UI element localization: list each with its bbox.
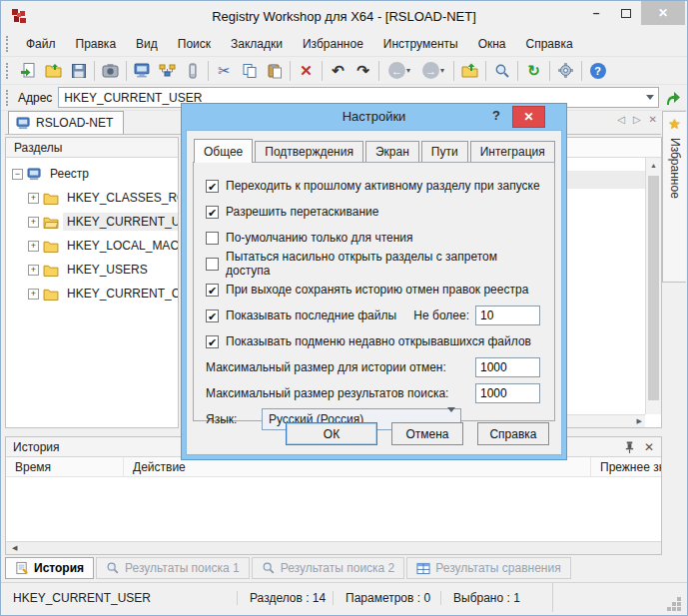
save-button[interactable] (66, 59, 91, 83)
tab-close-button[interactable]: ✕ (649, 114, 657, 125)
language-label: Язык: (206, 412, 252, 426)
tab-compare-results[interactable]: Результаты сравнения (406, 557, 570, 579)
import-file-button[interactable] (16, 59, 41, 83)
redo-button[interactable]: ↷ (350, 59, 375, 83)
recent-limit-input[interactable] (475, 306, 540, 325)
toolbar-grip[interactable] (6, 36, 10, 52)
checkbox-restore-last-key[interactable]: ✔ (206, 180, 219, 193)
back-button[interactable]: ← ▾ (382, 59, 416, 83)
undo-button[interactable]: ↶ (326, 59, 350, 83)
menu-favorites[interactable]: Избранное (293, 33, 373, 55)
parent-key-button[interactable] (457, 59, 482, 83)
history-horizontal-scrollbar[interactable]: ◀ (6, 541, 661, 554)
checkbox-readonly-default[interactable] (206, 232, 219, 245)
go-button[interactable] (661, 87, 685, 109)
tab-prev-button[interactable]: ◁ (617, 114, 625, 125)
column-previous-value[interactable]: Прежнее значен (591, 457, 661, 476)
tab-display[interactable]: Экран (365, 141, 419, 162)
address-dropdown-button[interactable] (641, 88, 658, 107)
tab-general[interactable]: Общее (194, 139, 253, 163)
copy-button[interactable] (237, 59, 262, 83)
close-button[interactable]: ✕ (641, 1, 685, 25)
search-results-size-input[interactable] (475, 383, 540, 403)
toolbar-grip[interactable] (6, 63, 10, 79)
menu-file[interactable]: Файл (16, 33, 66, 55)
tab-next-button[interactable]: ▷ (633, 114, 641, 125)
tab-confirmations[interactable]: Подтверждения (255, 141, 363, 162)
tab-search-results-2[interactable]: Результаты поиска 2 (252, 557, 405, 579)
tree-row-registry[interactable]: − Реестр (6, 162, 178, 186)
maximize-button[interactable] (611, 1, 641, 25)
expand-icon[interactable]: + (28, 217, 39, 228)
ok-button[interactable]: ОК (286, 422, 377, 445)
vertical-scrollbar[interactable]: ▲ (645, 158, 661, 414)
expand-icon[interactable]: + (28, 289, 39, 300)
checkbox-force-open-denied[interactable] (206, 258, 219, 271)
options-button[interactable] (553, 59, 578, 83)
menu-windows[interactable]: Окна (468, 33, 516, 55)
tree-label: HKEY_CURRENT_CONFIG (63, 285, 178, 303)
checkbox-label: Пытаться насильно открыть разделы с запр… (226, 250, 540, 278)
scrollbar-thumb[interactable] (648, 176, 659, 400)
dialog-close-button[interactable]: ✕ (512, 106, 545, 128)
local-computer-button[interactable] (130, 59, 155, 83)
menu-tools[interactable]: Инструменты (373, 33, 468, 55)
scroll-right-icon[interactable]: ▶ (637, 417, 642, 425)
forward-button[interactable]: → ▾ (416, 59, 450, 83)
menu-view[interactable]: Вид (126, 33, 168, 55)
tab-paths[interactable]: Пути (421, 141, 468, 162)
snapshot-button[interactable] (98, 59, 123, 83)
expand-icon[interactable]: + (28, 241, 39, 252)
menu-search[interactable]: Поиск (168, 33, 221, 55)
tab-rsload-net[interactable]: RSLOAD-NET (8, 111, 124, 134)
history-close-button[interactable]: ✕ (644, 440, 654, 454)
menu-edit[interactable]: Правка (66, 33, 127, 55)
favorites-tab[interactable]: ★ Избранное (662, 111, 686, 283)
recent-limit-label: Не более: (413, 308, 469, 322)
column-time[interactable]: Время (6, 457, 124, 476)
tree-row-hku[interactable]: + HKEY_USERS (6, 258, 178, 282)
scroll-left-icon[interactable]: ◀ (12, 544, 17, 552)
collapse-icon[interactable]: − (12, 169, 23, 180)
expand-icon[interactable]: + (28, 193, 39, 204)
pin-button[interactable] (624, 440, 635, 454)
toolbar-grip[interactable] (6, 90, 10, 106)
tree-row-hkcc[interactable]: + HKEY_CURRENT_CONFIG (6, 282, 178, 306)
resize-grip[interactable] (677, 597, 681, 601)
open-file-button[interactable] (41, 59, 66, 83)
tab-search-results-1[interactable]: Результаты поиска 1 (96, 557, 250, 579)
tree-row-hkcr[interactable]: + HKEY_CLASSES_ROOT (6, 186, 178, 210)
refresh-button[interactable]: ↻ (521, 59, 546, 83)
history-list[interactable] (6, 477, 661, 541)
expand-icon[interactable]: + (28, 265, 39, 276)
tree-row-hklm[interactable]: + HKEY_LOCAL_MACHINE (6, 234, 178, 258)
computer-icon (27, 168, 42, 181)
checkbox-recent-submenu[interactable]: ✔ (206, 335, 219, 348)
keys-panel: Разделы − Реестр + HKEY_CLASSES_ROOT + (5, 137, 179, 428)
help-button[interactable]: Справка (477, 422, 549, 445)
checkbox-save-undo-history[interactable]: ✔ (206, 284, 219, 297)
minimize-button[interactable]: – (581, 1, 611, 25)
cut-button[interactable]: ✂ (212, 59, 237, 83)
help-button[interactable]: ? (585, 59, 610, 83)
paste-button[interactable] (262, 59, 287, 83)
scroll-up-icon[interactable]: ▲ (646, 158, 661, 173)
checkbox-allow-drag-drop[interactable]: ✔ (206, 206, 219, 219)
menu-help[interactable]: Справка (516, 33, 583, 55)
search-button[interactable] (489, 59, 514, 83)
menu-bookmarks[interactable]: Закладки (221, 33, 293, 55)
status-selected-count: Выбрано : 1 (440, 591, 552, 605)
tab-integration[interactable]: Интеграция (470, 141, 555, 162)
tab-history[interactable]: История (5, 557, 94, 579)
undo-history-size-input[interactable] (475, 357, 540, 377)
computer-icon (16, 117, 31, 130)
tree-row-hkcu[interactable]: + HKEY_CURRENT_USER (6, 210, 178, 234)
cancel-button[interactable]: Отмена (391, 422, 463, 445)
network-button[interactable] (155, 59, 180, 83)
checkbox-show-recent-files[interactable]: ✔ (206, 309, 219, 322)
back-icon: ← (388, 62, 405, 79)
device-button[interactable] (180, 59, 205, 83)
delete-button[interactable]: ✕ (294, 59, 319, 83)
chevron-down-icon (646, 95, 654, 100)
dialog-help-button[interactable]: ? (492, 108, 500, 123)
